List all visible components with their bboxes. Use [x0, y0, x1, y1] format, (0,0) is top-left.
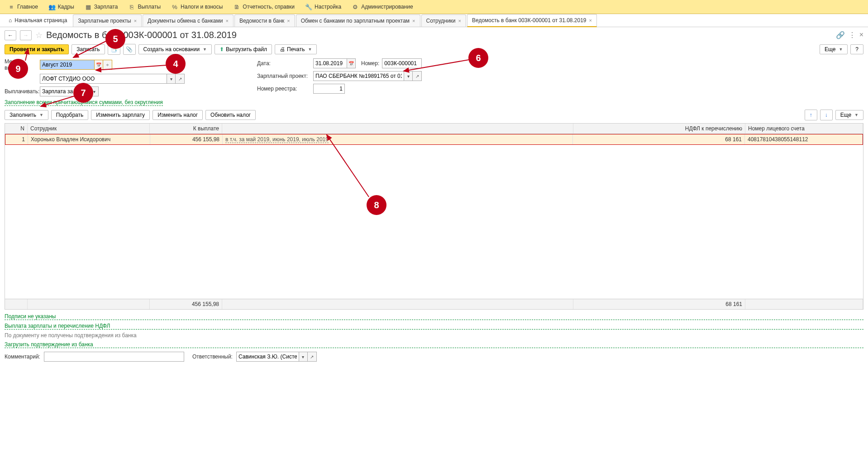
- dropdown-icon[interactable]: ▾: [404, 71, 413, 81]
- link-icon[interactable]: 🔗: [836, 31, 845, 39]
- close-icon[interactable]: ×: [226, 18, 229, 24]
- menu-payouts[interactable]: ⎘Выплаты: [124, 2, 165, 12]
- help-button[interactable]: ?: [850, 44, 863, 54]
- back-button[interactable]: ←: [5, 30, 16, 40]
- menu-taxes-label: Налоги и взносы: [181, 4, 223, 10]
- callout-6: 6: [468, 48, 488, 68]
- menu-admin-label: Администрирование: [361, 4, 413, 10]
- change-tax-button[interactable]: Изменить налог: [153, 110, 203, 120]
- write-button[interactable]: Записать: [72, 44, 105, 54]
- move-up-button[interactable]: ↑: [805, 110, 817, 120]
- calendar-icon[interactable]: 📅: [347, 58, 356, 68]
- resp-input[interactable]: [236, 352, 299, 362]
- project-label: Зарплатный проект:: [257, 73, 310, 79]
- gear-icon: ⚙: [352, 4, 358, 10]
- number-input[interactable]: [382, 58, 422, 68]
- org-input[interactable]: [40, 74, 167, 84]
- project-input[interactable]: [313, 71, 404, 81]
- chevron-down-icon: ▼: [839, 47, 843, 52]
- date-input[interactable]: [313, 58, 347, 68]
- employee-table: N Сотрудник К выплате НДФЛ к перечислени…: [5, 123, 863, 310]
- main-toolbar: Провести и закрыть Записать 📑 📎 Создать …: [5, 44, 863, 55]
- menu-settings-label: Настройка: [315, 4, 341, 10]
- print-button[interactable]: 🖨Печать▼: [275, 44, 317, 54]
- table-empty-area: [5, 145, 863, 299]
- post-close-button[interactable]: Провести и закрыть: [5, 44, 69, 54]
- menu-main[interactable]: ≡Главное: [4, 2, 43, 12]
- month-input[interactable]: [40, 60, 94, 70]
- page-content: ← → ☆ Ведомость в банк 00ЗК-000001 от 31…: [0, 27, 868, 364]
- tab-label: Зарплатные проекты: [78, 18, 131, 24]
- tab-bank-exchange[interactable]: Обмен с банками по зарплатным проектам×: [296, 14, 420, 27]
- close-icon[interactable]: ×: [412, 18, 415, 24]
- menu-salary-label: Зарплата: [94, 4, 118, 10]
- tab-statements[interactable]: Ведомости в банк×: [234, 14, 295, 27]
- home-icon: ⌂: [9, 17, 12, 24]
- fill-button[interactable]: Заполнить▼: [5, 110, 48, 120]
- table-more-button[interactable]: Еще▼: [835, 110, 863, 120]
- form-area: Месяц выплаты: 📅 ÷ ▾ ↗ Выплачивать:: [5, 58, 863, 106]
- tab-home-label: Начальная страница: [14, 17, 67, 24]
- favorite-icon[interactable]: ☆: [35, 30, 43, 40]
- comment-input[interactable]: [44, 352, 184, 362]
- percent-icon: %: [172, 4, 178, 10]
- callout-8: 8: [367, 195, 386, 215]
- close-icon[interactable]: ×: [458, 18, 461, 24]
- table-footer: 456 155,98 68 161: [5, 299, 863, 309]
- change-salary-button[interactable]: Изменить зарплату: [91, 110, 150, 120]
- export-file-button[interactable]: ⬆Выгрузить файл: [215, 44, 272, 54]
- close-icon[interactable]: ×: [134, 18, 137, 24]
- more-button[interactable]: Еще▼: [820, 44, 848, 54]
- registry-label: Номер реестра:: [257, 86, 310, 92]
- tab-exchange-docs[interactable]: Документы обмена с банками×: [143, 14, 234, 27]
- date-label: Дата:: [257, 60, 310, 67]
- dropdown-icon[interactable]: ▾: [167, 74, 176, 84]
- close-icon[interactable]: ×: [287, 18, 290, 24]
- cell-account: 40817810438055148112: [745, 134, 863, 144]
- menu-settings[interactable]: 🔧Настройка: [301, 2, 346, 12]
- close-page-icon[interactable]: ×: [859, 31, 863, 39]
- th-employee: Сотрудник: [28, 124, 150, 134]
- callout-4: 4: [166, 54, 186, 74]
- create-based-label: Создать на основании: [143, 46, 200, 53]
- tab-label: Обмен с банками по зарплатным проектам: [301, 18, 410, 24]
- create-based-button[interactable]: Создать на основании▼: [138, 44, 212, 54]
- dropdown-icon[interactable]: ▾: [299, 352, 308, 362]
- menu-reports[interactable]: 🗎Отчетность, справки: [229, 2, 299, 12]
- table-header: N Сотрудник К выплате НДФЛ к перечислени…: [5, 124, 863, 134]
- open-icon[interactable]: ↗: [413, 71, 422, 81]
- move-down-button[interactable]: ↓: [820, 110, 833, 120]
- pick-button[interactable]: Подобрать: [51, 110, 88, 120]
- tab-projects[interactable]: Зарплатные проекты×: [73, 14, 142, 27]
- cell-to-pay: 456 155,98: [150, 134, 223, 144]
- open-icon[interactable]: ↗: [308, 352, 317, 362]
- fill-label: Заполнить: [10, 112, 36, 118]
- table-toolbar: Заполнить▼ Подобрать Изменить зарплату И…: [5, 110, 863, 120]
- tab-home[interactable]: ⌂Начальная страница: [4, 14, 72, 27]
- export-label: Выгрузить файл: [226, 46, 267, 53]
- table-row[interactable]: 1 Хоронько Владлен Исидорович 456 155,98…: [5, 134, 863, 145]
- forward-button[interactable]: →: [20, 30, 32, 40]
- menu-taxes[interactable]: %Налоги и взносы: [167, 2, 227, 12]
- more-label: Еще: [825, 46, 835, 53]
- no-sign-link[interactable]: Подписи не указаны: [5, 313, 863, 320]
- tab-statement-active[interactable]: Ведомость в банк 00ЗК-000001 от 31.08.20…: [467, 14, 597, 27]
- tab-employees[interactable]: Сотрудники×: [421, 14, 466, 27]
- menu-admin[interactable]: ⚙Администрирование: [348, 2, 417, 12]
- month-input-group: 📅 ÷: [40, 60, 112, 70]
- update-tax-button[interactable]: Обновить налог: [205, 110, 256, 120]
- menu-hr[interactable]: 👥Кадры: [44, 2, 79, 12]
- menu-payouts-label: Выплаты: [138, 4, 161, 10]
- load-confirm-link[interactable]: Загрузить подтверждение из банка: [5, 341, 863, 348]
- payout-link[interactable]: Выплата зарплаты и перечисление НДФЛ: [5, 323, 863, 330]
- menu-salary[interactable]: ▦Зарплата: [81, 2, 123, 12]
- tab-label: Ведомость в банк 00ЗК-000001 от 31.08.20…: [472, 17, 587, 24]
- stepper-icon[interactable]: ÷: [103, 60, 112, 70]
- close-icon[interactable]: ×: [589, 18, 592, 23]
- pay-info-link[interactable]: в т.ч. за май 2019, июнь 2019, июль 2019: [225, 136, 329, 143]
- registry-input[interactable]: [313, 84, 345, 94]
- calendar-icon[interactable]: 📅: [94, 60, 103, 70]
- open-icon[interactable]: ↗: [176, 74, 185, 84]
- more-icon[interactable]: ⋮: [849, 31, 856, 39]
- attach-button[interactable]: 📎: [123, 44, 136, 55]
